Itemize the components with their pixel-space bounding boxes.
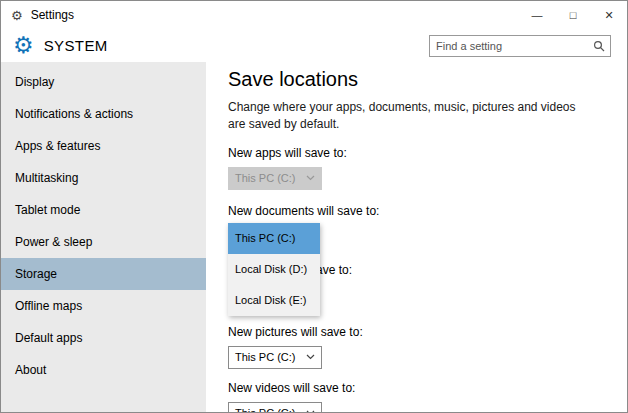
sidebar: Display Notifications & actions Apps & f… xyxy=(1,62,206,412)
search-icon[interactable] xyxy=(593,40,605,52)
sidebar-item-storage[interactable]: Storage xyxy=(1,258,206,290)
body: Display Notifications & actions Apps & f… xyxy=(1,62,627,412)
page-description: Change where your apps, documents, music… xyxy=(228,99,627,134)
search-input[interactable] xyxy=(430,36,593,56)
new-videos-dropdown[interactable]: This PC (C:) xyxy=(228,402,322,413)
sidebar-item-display[interactable]: Display xyxy=(1,66,206,98)
sidebar-item-power-sleep[interactable]: Power & sleep xyxy=(1,226,206,258)
new-apps-dropdown-value: This PC (C:) xyxy=(235,172,296,184)
new-pictures-dropdown[interactable]: This PC (C:) xyxy=(228,346,322,369)
dropdown-option-local-disk-e[interactable]: Local Disk (E:) xyxy=(228,285,320,316)
chevron-down-icon xyxy=(306,175,315,181)
sidebar-item-notifications[interactable]: Notifications & actions xyxy=(1,98,206,130)
dropdown-option-this-pc-c[interactable]: This PC (C:) xyxy=(228,223,320,254)
description-line-1: Change where your apps, documents, music… xyxy=(228,99,627,116)
page-header: ⚙ SYSTEM xyxy=(1,29,627,62)
new-pictures-dropdown-value: This PC (C:) xyxy=(235,351,296,363)
documents-dropdown-open: This PC (C:) Local Disk (D:) Local Disk … xyxy=(228,223,320,316)
dropdown-option-local-disk-d[interactable]: Local Disk (D:) xyxy=(228,254,320,285)
new-videos-dropdown-value: This PC (C:) xyxy=(235,407,296,413)
search-box[interactable] xyxy=(429,35,611,57)
minimize-button[interactable]: — xyxy=(519,1,555,29)
sidebar-item-tablet-mode[interactable]: Tablet mode xyxy=(1,194,206,226)
description-line-2: are saved by default. xyxy=(228,116,627,133)
titlebar: ⚙ Settings — □ ✕ xyxy=(1,1,627,29)
new-apps-dropdown: This PC (C:) xyxy=(228,167,322,190)
settings-window: ⚙ Settings — □ ✕ ⚙ SYSTEM Display Notifi… xyxy=(0,0,628,413)
close-button[interactable]: ✕ xyxy=(591,1,627,29)
settings-gear-icon: ⚙ xyxy=(11,9,23,22)
new-videos-label: New videos will save to: xyxy=(228,381,627,395)
new-pictures-label: New pictures will save to: xyxy=(228,325,627,339)
sidebar-item-multitasking[interactable]: Multitasking xyxy=(1,162,206,194)
main-content: Save locations Change where your apps, d… xyxy=(206,62,627,412)
sidebar-item-apps-features[interactable]: Apps & features xyxy=(1,130,206,162)
page-title: Save locations xyxy=(228,68,627,91)
window-title: Settings xyxy=(31,8,74,22)
documents-dropdown-area: New music will save to: This PC (C:) Loc… xyxy=(228,223,627,315)
sidebar-item-offline-maps[interactable]: Offline maps xyxy=(1,290,206,322)
system-gear-icon: ⚙ xyxy=(13,34,34,57)
sidebar-item-about[interactable]: About xyxy=(1,354,206,386)
chevron-down-icon xyxy=(306,354,315,360)
window-controls: — □ ✕ xyxy=(519,1,627,29)
maximize-button[interactable]: □ xyxy=(555,1,591,29)
page-category-title: SYSTEM xyxy=(44,37,108,54)
sidebar-item-default-apps[interactable]: Default apps xyxy=(1,322,206,354)
new-documents-label: New documents will save to: xyxy=(228,204,627,218)
new-apps-label: New apps will save to: xyxy=(228,146,627,160)
